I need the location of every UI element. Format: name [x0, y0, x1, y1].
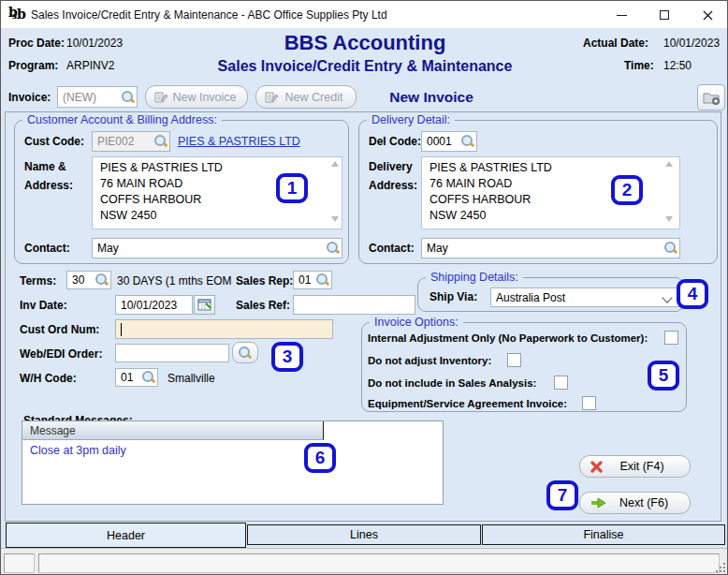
terms-field[interactable]: 30 [66, 271, 111, 289]
invoice-number-combo[interactable]: (NEW) [57, 86, 138, 108]
cust-ord-num-label: Cust Ord Num: [20, 323, 99, 336]
resize-grip[interactable] [715, 562, 726, 573]
web-edi-lookup-button[interactable] [232, 342, 258, 363]
app-icon: b s b [8, 6, 27, 24]
status-segment-main [38, 553, 720, 573]
next-button[interactable]: Next (F6) [579, 492, 691, 514]
customer-name-link[interactable]: PIES & PASTRIES LTD [178, 135, 300, 148]
message-row[interactable]: Close at 3pm daily [22, 441, 449, 460]
invoice-label: Invoice: [8, 91, 51, 104]
actual-date-value: 10/01/2023 [663, 37, 720, 50]
annotation-1: 1 [276, 173, 308, 203]
shipping-group: Shipping Details: Ship Via: Australia Po… [417, 277, 684, 312]
customer-group-title: Customer Account & Billing Address: [22, 113, 222, 126]
inv-date-label: Inv Date: [20, 299, 67, 312]
scroll-down-arrow[interactable] [665, 216, 673, 222]
annotation-2: 2 [611, 175, 643, 205]
date-picker-button[interactable] [194, 295, 215, 315]
ship-via-select[interactable]: Australia Post [490, 288, 680, 307]
new-credit-button[interactable]: New Credit [255, 85, 357, 109]
option-internal-adjustment-label: Internal Adjustment Only (No Paperwork t… [368, 332, 648, 344]
minimize-button[interactable] [600, 1, 643, 29]
option-no-inventory-label: Do not adjust Inventory: [368, 355, 491, 366]
time-label: Time: [624, 59, 654, 72]
tab-finalise[interactable]: Finalise [482, 524, 725, 545]
message-column-header[interactable]: Message [22, 421, 324, 440]
delivery-contact-label: Contact: [369, 242, 415, 255]
new-invoice-button-label: New Invoice [169, 91, 240, 104]
folder-add-icon [702, 90, 721, 106]
status-segment-left [4, 553, 35, 573]
scroll-up-arrow[interactable] [331, 161, 339, 167]
cust-code-label: Cust Code: [24, 135, 84, 148]
wh-code-field[interactable]: 01 [115, 368, 158, 387]
wh-code-lookup-icon[interactable] [142, 371, 155, 384]
customer-contact-field[interactable]: May [92, 238, 342, 258]
del-code-lookup-icon[interactable] [461, 135, 474, 148]
option-no-sales-analysis-checkbox[interactable] [554, 376, 568, 390]
minimize-icon [617, 15, 627, 16]
name-address-label-1: Name & [24, 160, 66, 173]
option-equipment-service-label: Equipment/Service Agreement Invoice: [368, 398, 567, 409]
delivery-address-label-1: Delivery [369, 160, 413, 173]
invoice-number-value: (NEW) [63, 91, 96, 104]
invoice-options-title: Invoice Options: [370, 316, 463, 329]
cust-ord-num-field[interactable] [115, 319, 333, 339]
scroll-up-arrow[interactable] [665, 161, 673, 167]
maximize-icon [660, 10, 669, 20]
web-edi-order-label: Web/EDI Order: [20, 347, 102, 361]
exit-cross-icon [590, 461, 604, 473]
sales-ref-label: Sales Ref: [236, 299, 290, 312]
warehouse-name: Smallville [167, 372, 215, 385]
actual-date-label: Actual Date: [583, 37, 648, 50]
exit-button-label: Exit (F4) [604, 460, 680, 473]
window-title: Sales Invoice/Credit Entry & Maintenance… [31, 8, 387, 22]
option-equipment-service-checkbox[interactable] [582, 396, 596, 410]
next-arrow-icon [590, 497, 607, 509]
proc-date-value: 10/01/2023 [66, 37, 123, 50]
name-address-label-2: Address: [24, 179, 73, 192]
program-value: ARPINV2 [66, 59, 114, 72]
annotation-4: 4 [677, 279, 708, 309]
invoice-lookup-icon[interactable] [122, 91, 135, 104]
web-edi-lookup-icon [239, 346, 252, 360]
cust-code-field[interactable]: PIE002 [92, 131, 170, 152]
delivery-contact-field[interactable]: May [421, 238, 680, 258]
next-button-label: Next (F6) [607, 496, 680, 509]
standard-messages-table[interactable]: Message Close at 3pm daily [22, 420, 444, 505]
option-no-inventory-checkbox[interactable] [507, 353, 521, 367]
sales-rep-lookup-icon[interactable] [316, 273, 329, 287]
wh-code-label: W/H Code: [20, 372, 77, 385]
sales-ref-field[interactable] [293, 295, 415, 315]
web-edi-order-field[interactable] [115, 344, 229, 362]
maximize-button[interactable] [643, 1, 686, 29]
del-code-label: Del Code: [369, 135, 421, 148]
delivery-address-label-2: Address: [369, 179, 417, 192]
new-invoice-button[interactable]: New Invoice [145, 85, 248, 109]
close-button[interactable] [686, 1, 728, 29]
contact-lookup-icon[interactable] [664, 242, 677, 255]
ship-via-label: Ship Via: [430, 290, 477, 303]
option-internal-adjustment-checkbox[interactable] [664, 331, 678, 345]
app-title: BBS Accounting [178, 31, 552, 55]
option-no-sales-analysis-label: Do not include in Sales Analysis: [368, 377, 536, 389]
inv-date-field[interactable]: 10/01/2023 [115, 295, 193, 315]
cust-code-lookup-icon[interactable] [154, 135, 167, 148]
screen-title: Sales Invoice/Credit Entry & Maintenance [131, 58, 599, 75]
text-cursor [121, 323, 122, 336]
terms-lookup-icon[interactable] [95, 273, 109, 287]
application-window: b s b Sales Invoice/Credit Entry & Maint… [0, 0, 728, 575]
exit-button[interactable]: Exit (F4) [579, 455, 691, 478]
tab-header[interactable]: Header [6, 523, 246, 548]
del-code-field[interactable]: 0001 [421, 131, 477, 152]
new-document-icon [153, 91, 169, 104]
scroll-down-arrow[interactable] [331, 216, 339, 222]
contact-lookup-icon[interactable] [327, 242, 340, 255]
add-entry-button[interactable] [697, 84, 725, 111]
tab-lines[interactable]: Lines [247, 524, 481, 545]
new-document-icon [264, 91, 280, 104]
calendar-icon [197, 298, 212, 312]
sales-rep-field[interactable]: 01 [293, 271, 332, 289]
proc-date-label: Proc Date: [8, 37, 65, 50]
delivery-group: Delivery Detail: Del Code: 0001 Delivery… [358, 120, 718, 264]
